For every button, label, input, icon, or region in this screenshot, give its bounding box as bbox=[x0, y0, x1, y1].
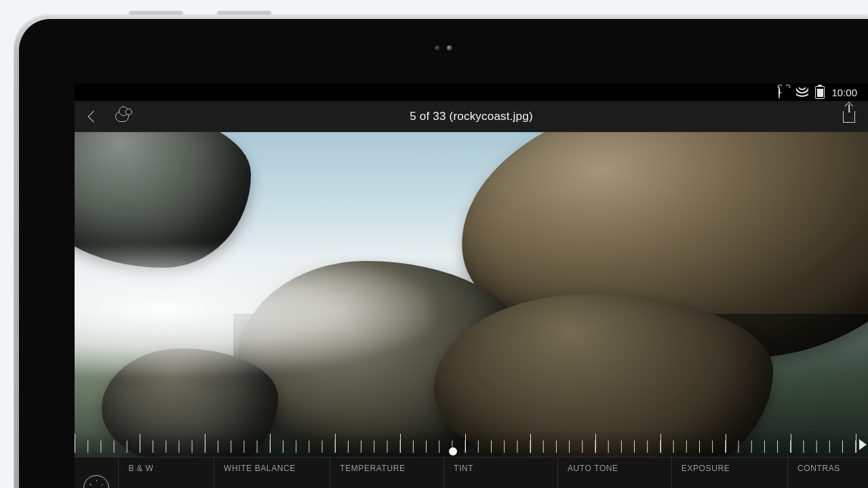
share-icon bbox=[843, 111, 855, 123]
ruler-handle[interactable] bbox=[449, 447, 457, 455]
adjust-label: AUTO TONE bbox=[568, 464, 662, 473]
photo-title: 5 of 33 (rockycoast.jpg) bbox=[75, 110, 868, 123]
clock: 10:00 bbox=[831, 87, 857, 98]
wifi-icon bbox=[796, 87, 808, 97]
chevron-left-icon bbox=[88, 111, 100, 123]
adjust-contrast[interactable]: CONTRAS bbox=[788, 458, 868, 488]
ruler-arrow-right-icon[interactable] bbox=[859, 439, 867, 450]
alarm-icon bbox=[778, 87, 789, 98]
lens-preset-button[interactable] bbox=[75, 458, 119, 488]
adjust-label: TEMPERATURE bbox=[340, 464, 434, 473]
adjustments-strip: B & W Off WHITE BALANCE As Shot TEMPERAT… bbox=[75, 457, 868, 488]
adjustment-ruler[interactable] bbox=[75, 430, 868, 457]
adjust-label: TINT bbox=[454, 464, 548, 473]
front-camera bbox=[403, 45, 484, 52]
adjust-label: EXPOSURE bbox=[682, 464, 778, 473]
back-button[interactable] bbox=[87, 110, 100, 123]
adjust-white-balance[interactable]: WHITE BALANCE As Shot bbox=[214, 458, 330, 488]
app-screen: 10:00 5 of 33 (rockycoast.jpg) bbox=[75, 83, 868, 488]
tablet-frame: 10:00 5 of 33 (rockycoast.jpg) bbox=[14, 14, 868, 488]
app-header: 5 of 33 (rockycoast.jpg) bbox=[75, 102, 868, 132]
cloud-icon bbox=[115, 111, 129, 122]
share-button[interactable] bbox=[842, 110, 856, 123]
adjust-label: CONTRAS bbox=[797, 464, 859, 473]
adjust-tint[interactable]: TINT 0 bbox=[444, 458, 558, 488]
cloud-sync-button[interactable] bbox=[115, 110, 129, 123]
aperture-icon bbox=[83, 475, 109, 488]
tablet-bezel: 10:00 5 of 33 (rockycoast.jpg) bbox=[19, 19, 868, 488]
adjust-label: B & W bbox=[128, 464, 204, 473]
ruler-ticks bbox=[75, 434, 859, 453]
status-bar: 10:00 bbox=[75, 83, 868, 102]
battery-icon bbox=[815, 86, 825, 99]
photo-canvas[interactable] bbox=[75, 132, 868, 457]
adjust-temperature[interactable]: TEMPERATURE 0 bbox=[330, 458, 444, 488]
adjust-exposure[interactable]: EXPOSURE 0.00EV bbox=[672, 458, 788, 488]
adjust-auto-tone[interactable]: AUTO TONE Off bbox=[558, 458, 672, 488]
adjust-bw[interactable]: B & W Off bbox=[119, 458, 214, 488]
adjust-label: WHITE BALANCE bbox=[224, 464, 320, 473]
